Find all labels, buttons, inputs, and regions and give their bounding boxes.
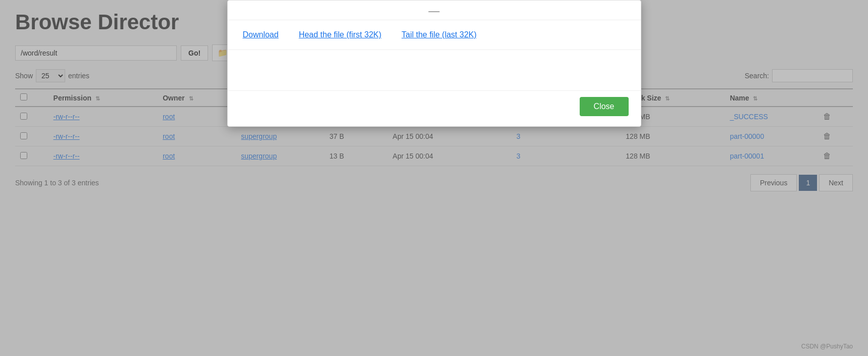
page-background: Browse Director Go! 📁 ⬆ ☰ Show 25 50 100… [0, 0, 868, 356]
modal-content-area [228, 50, 641, 90]
tail-file-link[interactable]: Tail the file (last 32K) [401, 30, 477, 39]
head-file-link[interactable]: Head the file (first 32K) [299, 30, 382, 39]
modal-backdrop: — Download Head the file (first 32K) Tai… [0, 0, 868, 356]
download-link[interactable]: Download [243, 30, 279, 39]
file-action-modal: — Download Head the file (first 32K) Tai… [227, 0, 641, 127]
close-button[interactable]: Close [580, 97, 629, 116]
modal-links-row: Download Head the file (first 32K) Tail … [228, 20, 641, 50]
modal-top-dash: — [228, 1, 641, 20]
modal-footer: Close [228, 90, 641, 126]
